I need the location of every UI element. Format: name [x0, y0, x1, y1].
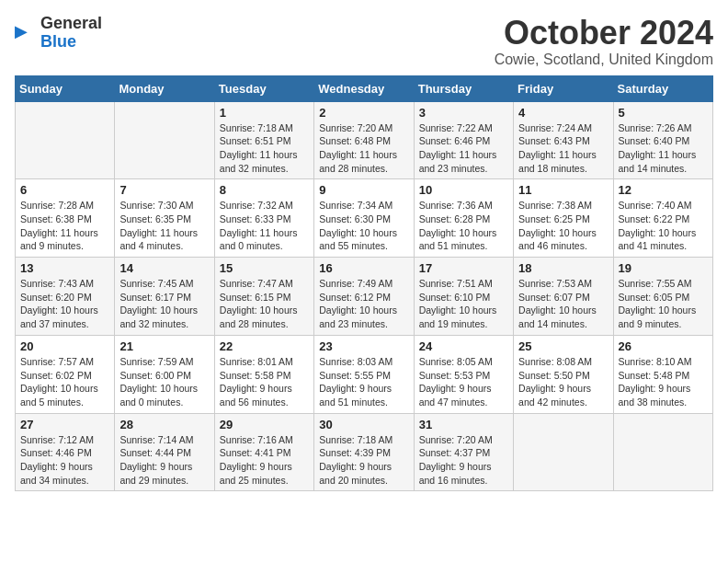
day-info: Sunrise: 7:43 AM Sunset: 6:20 PM Dayligh…: [20, 277, 109, 331]
day-number: 14: [119, 261, 209, 275]
weekday-header-sunday: Sunday: [16, 75, 115, 101]
day-info: Sunrise: 8:05 AM Sunset: 5:53 PM Dayligh…: [419, 355, 508, 409]
logo-blue: Blue: [40, 33, 102, 52]
weekday-header-tuesday: Tuesday: [214, 75, 313, 101]
calendar-cell: 7Sunrise: 7:30 AM Sunset: 6:35 PM Daylig…: [115, 179, 214, 258]
calendar-cell: 15Sunrise: 7:47 AM Sunset: 6:15 PM Dayli…: [214, 258, 313, 336]
calendar-cell: 26Sunrise: 8:10 AM Sunset: 5:48 PM Dayli…: [613, 335, 712, 413]
calendar-cell: 4Sunrise: 7:24 AM Sunset: 6:43 PM Daylig…: [514, 101, 613, 179]
day-info: Sunrise: 7:16 AM Sunset: 4:41 PM Dayligh…: [220, 433, 309, 488]
calendar-cell: 2Sunrise: 7:20 AM Sunset: 6:48 PM Daylig…: [314, 101, 414, 179]
day-number: 18: [518, 261, 608, 275]
day-info: Sunrise: 7:12 AM Sunset: 4:46 PM Dayligh…: [20, 433, 109, 488]
day-number: 10: [419, 183, 508, 197]
calendar-cell: 19Sunrise: 7:55 AM Sunset: 6:05 PM Dayli…: [613, 258, 712, 336]
day-number: 17: [419, 261, 508, 275]
day-info: Sunrise: 7:40 AM Sunset: 6:22 PM Dayligh…: [619, 199, 708, 253]
day-info: Sunrise: 7:22 AM Sunset: 6:46 PM Dayligh…: [419, 121, 508, 176]
calendar-cell: [16, 101, 115, 179]
calendar-cell: 17Sunrise: 7:51 AM Sunset: 6:10 PM Dayli…: [414, 258, 513, 336]
day-info: Sunrise: 7:51 AM Sunset: 6:10 PM Dayligh…: [419, 277, 508, 331]
day-number: 3: [419, 106, 508, 120]
day-info: Sunrise: 7:20 AM Sunset: 6:48 PM Dayligh…: [319, 121, 408, 176]
day-info: Sunrise: 7:34 AM Sunset: 6:30 PM Dayligh…: [319, 199, 408, 253]
calendar-week-row: 13Sunrise: 7:43 AM Sunset: 6:20 PM Dayli…: [16, 258, 713, 336]
calendar-cell: 11Sunrise: 7:38 AM Sunset: 6:25 PM Dayli…: [514, 179, 613, 258]
calendar-cell: 1Sunrise: 7:18 AM Sunset: 6:51 PM Daylig…: [214, 101, 313, 179]
day-info: Sunrise: 7:36 AM Sunset: 6:28 PM Dayligh…: [419, 199, 508, 253]
weekday-header-monday: Monday: [115, 75, 214, 101]
day-number: 16: [319, 261, 408, 275]
day-number: 6: [20, 183, 109, 197]
svg-text:▶: ▶: [15, 22, 28, 40]
calendar-cell: 27Sunrise: 7:12 AM Sunset: 4:46 PM Dayli…: [16, 413, 115, 491]
day-info: Sunrise: 8:03 AM Sunset: 5:55 PM Dayligh…: [319, 355, 408, 409]
calendar-week-row: 20Sunrise: 7:57 AM Sunset: 6:02 PM Dayli…: [16, 335, 713, 413]
calendar-cell: 23Sunrise: 8:03 AM Sunset: 5:55 PM Dayli…: [314, 335, 414, 413]
header: ▶ General Blue October 2024 Cowie, Scotl…: [15, 15, 713, 68]
calendar-cell: [115, 101, 214, 179]
weekday-header-thursday: Thursday: [414, 75, 513, 101]
calendar-cell: [514, 413, 613, 491]
day-number: 26: [619, 339, 708, 353]
calendar-week-row: 27Sunrise: 7:12 AM Sunset: 4:46 PM Dayli…: [16, 413, 713, 491]
day-number: 24: [419, 339, 508, 353]
calendar-cell: 24Sunrise: 8:05 AM Sunset: 5:53 PM Dayli…: [414, 335, 513, 413]
day-number: 27: [20, 418, 109, 431]
calendar-week-row: 1Sunrise: 7:18 AM Sunset: 6:51 PM Daylig…: [16, 101, 713, 179]
calendar-cell: 5Sunrise: 7:26 AM Sunset: 6:40 PM Daylig…: [613, 101, 712, 179]
weekday-header-row: SundayMondayTuesdayWednesdayThursdayFrid…: [16, 75, 713, 101]
day-info: Sunrise: 7:18 AM Sunset: 4:39 PM Dayligh…: [319, 433, 408, 488]
day-number: 13: [20, 261, 109, 275]
calendar-cell: 21Sunrise: 7:59 AM Sunset: 6:00 PM Dayli…: [115, 335, 214, 413]
day-number: 29: [220, 418, 309, 431]
day-info: Sunrise: 7:26 AM Sunset: 6:40 PM Dayligh…: [619, 121, 708, 176]
calendar-cell: 10Sunrise: 7:36 AM Sunset: 6:28 PM Dayli…: [414, 179, 513, 258]
calendar-cell: [613, 413, 712, 491]
day-info: Sunrise: 7:55 AM Sunset: 6:05 PM Dayligh…: [619, 277, 708, 331]
day-number: 1: [220, 106, 309, 120]
title-area: October 2024 Cowie, Scotland, United Kin…: [495, 15, 713, 68]
day-info: Sunrise: 7:38 AM Sunset: 6:25 PM Dayligh…: [518, 199, 608, 253]
location-title: Cowie, Scotland, United Kingdom: [495, 52, 713, 68]
day-info: Sunrise: 7:24 AM Sunset: 6:43 PM Dayligh…: [518, 121, 608, 176]
calendar-cell: 8Sunrise: 7:32 AM Sunset: 6:33 PM Daylig…: [214, 179, 313, 258]
day-number: 2: [319, 106, 408, 120]
logo-general: General: [40, 15, 102, 33]
day-info: Sunrise: 7:49 AM Sunset: 6:12 PM Dayligh…: [319, 277, 408, 331]
day-info: Sunrise: 7:30 AM Sunset: 6:35 PM Dayligh…: [119, 199, 209, 253]
calendar-cell: 14Sunrise: 7:45 AM Sunset: 6:17 PM Dayli…: [115, 258, 214, 336]
calendar-cell: 13Sunrise: 7:43 AM Sunset: 6:20 PM Dayli…: [16, 258, 115, 336]
day-info: Sunrise: 7:14 AM Sunset: 4:44 PM Dayligh…: [119, 433, 209, 488]
day-number: 20: [20, 339, 109, 353]
day-info: Sunrise: 8:08 AM Sunset: 5:50 PM Dayligh…: [518, 355, 608, 409]
day-number: 9: [319, 183, 408, 197]
day-info: Sunrise: 8:01 AM Sunset: 5:58 PM Dayligh…: [220, 355, 309, 409]
day-number: 12: [619, 183, 708, 197]
logo-icon: ▶: [15, 22, 37, 44]
calendar-week-row: 6Sunrise: 7:28 AM Sunset: 6:38 PM Daylig…: [16, 179, 713, 258]
logo: ▶ General Blue: [15, 15, 102, 52]
day-number: 22: [220, 339, 309, 353]
day-info: Sunrise: 7:47 AM Sunset: 6:15 PM Dayligh…: [220, 277, 309, 331]
day-number: 7: [119, 183, 209, 197]
weekday-header-saturday: Saturday: [613, 75, 712, 101]
calendar-cell: 3Sunrise: 7:22 AM Sunset: 6:46 PM Daylig…: [414, 101, 513, 179]
weekday-header-wednesday: Wednesday: [314, 75, 414, 101]
day-number: 19: [619, 261, 708, 275]
calendar-cell: 6Sunrise: 7:28 AM Sunset: 6:38 PM Daylig…: [16, 179, 115, 258]
calendar-table: SundayMondayTuesdayWednesdayThursdayFrid…: [15, 75, 713, 492]
day-info: Sunrise: 7:57 AM Sunset: 6:02 PM Dayligh…: [20, 355, 109, 409]
day-number: 5: [619, 106, 708, 120]
calendar-cell: 29Sunrise: 7:16 AM Sunset: 4:41 PM Dayli…: [214, 413, 313, 491]
day-number: 15: [220, 261, 309, 275]
day-info: Sunrise: 7:18 AM Sunset: 6:51 PM Dayligh…: [220, 121, 309, 176]
day-number: 11: [518, 183, 608, 197]
day-info: Sunrise: 7:59 AM Sunset: 6:00 PM Dayligh…: [119, 355, 209, 409]
calendar-cell: 25Sunrise: 8:08 AM Sunset: 5:50 PM Dayli…: [514, 335, 613, 413]
day-number: 4: [518, 106, 608, 120]
day-info: Sunrise: 7:45 AM Sunset: 6:17 PM Dayligh…: [119, 277, 209, 331]
calendar-cell: 28Sunrise: 7:14 AM Sunset: 4:44 PM Dayli…: [115, 413, 214, 491]
calendar-cell: 30Sunrise: 7:18 AM Sunset: 4:39 PM Dayli…: [314, 413, 414, 491]
day-number: 31: [419, 418, 508, 431]
